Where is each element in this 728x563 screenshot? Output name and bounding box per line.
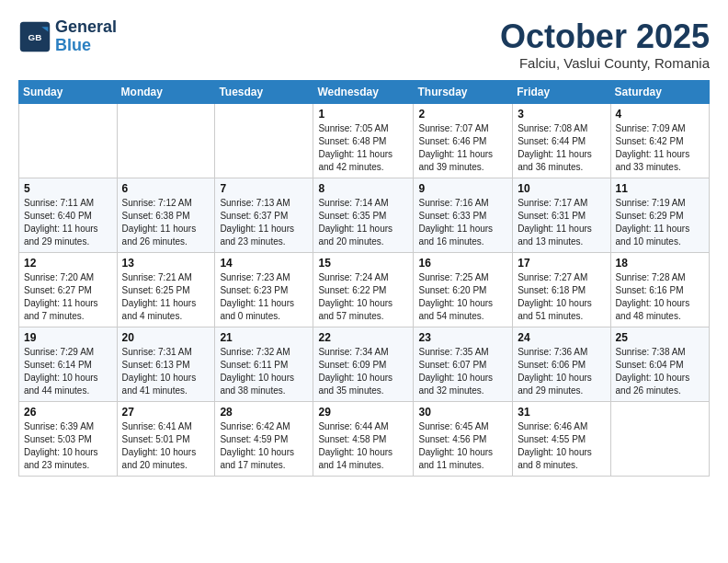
day-number: 27 — [122, 406, 210, 419]
day-cell: 10Sunrise: 7:17 AM Sunset: 6:31 PM Dayli… — [513, 178, 610, 252]
week-row-5: 26Sunrise: 6:39 AM Sunset: 5:03 PM Dayli… — [19, 401, 710, 476]
day-cell: 31Sunrise: 6:46 AM Sunset: 4:55 PM Dayli… — [513, 401, 610, 476]
day-cell: 1Sunrise: 7:05 AM Sunset: 6:48 PM Daylig… — [313, 103, 414, 178]
day-cell: 20Sunrise: 7:31 AM Sunset: 6:13 PM Dayli… — [117, 327, 215, 401]
day-number: 1 — [318, 108, 408, 121]
week-row-4: 19Sunrise: 7:29 AM Sunset: 6:14 PM Dayli… — [19, 327, 710, 401]
day-cell: 14Sunrise: 7:23 AM Sunset: 6:23 PM Dayli… — [215, 252, 313, 327]
day-cell: 7Sunrise: 7:13 AM Sunset: 6:37 PM Daylig… — [215, 178, 313, 252]
day-info: Sunrise: 7:28 AM Sunset: 6:16 PM Dayligh… — [616, 271, 704, 323]
week-row-1: 1Sunrise: 7:05 AM Sunset: 6:48 PM Daylig… — [19, 103, 710, 178]
logo-icon: GB — [18, 20, 51, 53]
day-number: 13 — [122, 257, 210, 270]
day-cell: 16Sunrise: 7:25 AM Sunset: 6:20 PM Dayli… — [414, 252, 513, 327]
weekday-header-monday: Monday — [117, 80, 215, 103]
day-number: 16 — [418, 257, 507, 270]
day-number: 3 — [518, 108, 605, 121]
weekday-header-tuesday: Tuesday — [215, 80, 313, 103]
day-number: 22 — [318, 331, 408, 344]
day-info: Sunrise: 7:13 AM Sunset: 6:37 PM Dayligh… — [220, 197, 308, 248]
day-info: Sunrise: 6:39 AM Sunset: 5:03 PM Dayligh… — [24, 420, 112, 472]
day-info: Sunrise: 7:05 AM Sunset: 6:48 PM Dayligh… — [318, 122, 408, 174]
day-number: 6 — [122, 182, 210, 195]
day-info: Sunrise: 7:09 AM Sunset: 6:42 PM Dayligh… — [616, 122, 704, 174]
day-number: 28 — [220, 406, 308, 419]
day-cell: 5Sunrise: 7:11 AM Sunset: 6:40 PM Daylig… — [19, 178, 118, 252]
day-number: 15 — [318, 257, 408, 270]
logo: GB General Blue — [18, 18, 117, 55]
day-info: Sunrise: 7:12 AM Sunset: 6:38 PM Dayligh… — [122, 197, 210, 248]
day-cell: 25Sunrise: 7:38 AM Sunset: 6:04 PM Dayli… — [610, 327, 709, 401]
weekday-header-wednesday: Wednesday — [313, 80, 414, 103]
weekday-header-saturday: Saturday — [610, 80, 709, 103]
day-info: Sunrise: 7:32 AM Sunset: 6:11 PM Dayligh… — [220, 346, 308, 397]
day-cell — [215, 103, 313, 178]
day-cell — [117, 103, 215, 178]
day-cell: 4Sunrise: 7:09 AM Sunset: 6:42 PM Daylig… — [610, 103, 709, 178]
day-info: Sunrise: 6:45 AM Sunset: 4:56 PM Dayligh… — [418, 420, 507, 472]
day-cell: 9Sunrise: 7:16 AM Sunset: 6:33 PM Daylig… — [414, 178, 513, 252]
title-block: October 2025 Falciu, Vaslui County, Roma… — [500, 18, 710, 71]
day-number: 8 — [318, 182, 408, 195]
day-number: 9 — [418, 182, 507, 195]
day-info: Sunrise: 7:17 AM Sunset: 6:31 PM Dayligh… — [518, 197, 605, 248]
day-number: 26 — [24, 406, 112, 419]
weekday-header-row: SundayMondayTuesdayWednesdayThursdayFrid… — [19, 80, 710, 103]
day-info: Sunrise: 6:44 AM Sunset: 4:58 PM Dayligh… — [318, 420, 408, 472]
logo-line2: Blue — [55, 37, 117, 55]
location-subtitle: Falciu, Vaslui County, Romania — [500, 55, 710, 71]
day-cell: 19Sunrise: 7:29 AM Sunset: 6:14 PM Dayli… — [19, 327, 118, 401]
day-number: 23 — [418, 331, 507, 344]
day-number: 29 — [318, 406, 408, 419]
day-info: Sunrise: 6:46 AM Sunset: 4:55 PM Dayligh… — [518, 420, 605, 472]
day-info: Sunrise: 7:19 AM Sunset: 6:29 PM Dayligh… — [616, 197, 704, 248]
day-number: 30 — [418, 406, 507, 419]
day-info: Sunrise: 6:41 AM Sunset: 5:01 PM Dayligh… — [122, 420, 210, 472]
day-number: 17 — [518, 257, 605, 270]
day-info: Sunrise: 7:29 AM Sunset: 6:14 PM Dayligh… — [24, 346, 112, 397]
day-number: 4 — [616, 108, 704, 121]
day-cell — [610, 401, 709, 476]
day-number: 10 — [518, 182, 605, 195]
day-info: Sunrise: 7:23 AM Sunset: 6:23 PM Dayligh… — [220, 271, 308, 323]
day-number: 20 — [122, 331, 210, 344]
day-cell: 27Sunrise: 6:41 AM Sunset: 5:01 PM Dayli… — [117, 401, 215, 476]
day-info: Sunrise: 7:27 AM Sunset: 6:18 PM Dayligh… — [518, 271, 605, 323]
day-cell: 29Sunrise: 6:44 AM Sunset: 4:58 PM Dayli… — [313, 401, 414, 476]
day-number: 2 — [418, 108, 507, 121]
day-cell: 6Sunrise: 7:12 AM Sunset: 6:38 PM Daylig… — [117, 178, 215, 252]
week-row-3: 12Sunrise: 7:20 AM Sunset: 6:27 PM Dayli… — [19, 252, 710, 327]
day-cell: 11Sunrise: 7:19 AM Sunset: 6:29 PM Dayli… — [610, 178, 709, 252]
day-info: Sunrise: 6:42 AM Sunset: 4:59 PM Dayligh… — [220, 420, 308, 472]
day-info: Sunrise: 7:07 AM Sunset: 6:46 PM Dayligh… — [418, 122, 507, 174]
day-cell: 26Sunrise: 6:39 AM Sunset: 5:03 PM Dayli… — [19, 401, 118, 476]
day-number: 24 — [518, 331, 605, 344]
day-cell: 21Sunrise: 7:32 AM Sunset: 6:11 PM Dayli… — [215, 327, 313, 401]
day-cell: 18Sunrise: 7:28 AM Sunset: 6:16 PM Dayli… — [610, 252, 709, 327]
day-number: 11 — [616, 182, 704, 195]
day-cell: 17Sunrise: 7:27 AM Sunset: 6:18 PM Dayli… — [513, 252, 610, 327]
calendar-table: SundayMondayTuesdayWednesdayThursdayFrid… — [18, 80, 710, 477]
day-cell — [19, 103, 118, 178]
weekday-header-thursday: Thursday — [414, 80, 513, 103]
day-info: Sunrise: 7:35 AM Sunset: 6:07 PM Dayligh… — [418, 346, 507, 397]
day-info: Sunrise: 7:25 AM Sunset: 6:20 PM Dayligh… — [418, 271, 507, 323]
day-cell: 24Sunrise: 7:36 AM Sunset: 6:06 PM Dayli… — [513, 327, 610, 401]
day-cell: 28Sunrise: 6:42 AM Sunset: 4:59 PM Dayli… — [215, 401, 313, 476]
day-number: 12 — [24, 257, 112, 270]
day-info: Sunrise: 7:16 AM Sunset: 6:33 PM Dayligh… — [418, 197, 507, 248]
day-info: Sunrise: 7:08 AM Sunset: 6:44 PM Dayligh… — [518, 122, 605, 174]
day-cell: 23Sunrise: 7:35 AM Sunset: 6:07 PM Dayli… — [414, 327, 513, 401]
day-cell: 12Sunrise: 7:20 AM Sunset: 6:27 PM Dayli… — [19, 252, 118, 327]
day-info: Sunrise: 7:21 AM Sunset: 6:25 PM Dayligh… — [122, 271, 210, 323]
weekday-header-sunday: Sunday — [19, 80, 118, 103]
calendar-body: 1Sunrise: 7:05 AM Sunset: 6:48 PM Daylig… — [19, 103, 710, 476]
day-info: Sunrise: 7:11 AM Sunset: 6:40 PM Dayligh… — [24, 197, 112, 248]
month-title: October 2025 — [500, 18, 710, 55]
day-info: Sunrise: 7:36 AM Sunset: 6:06 PM Dayligh… — [518, 346, 605, 397]
day-info: Sunrise: 7:24 AM Sunset: 6:22 PM Dayligh… — [318, 271, 408, 323]
day-cell: 15Sunrise: 7:24 AM Sunset: 6:22 PM Dayli… — [313, 252, 414, 327]
day-cell: 3Sunrise: 7:08 AM Sunset: 6:44 PM Daylig… — [513, 103, 610, 178]
day-number: 14 — [220, 257, 308, 270]
day-info: Sunrise: 7:14 AM Sunset: 6:35 PM Dayligh… — [318, 197, 408, 248]
